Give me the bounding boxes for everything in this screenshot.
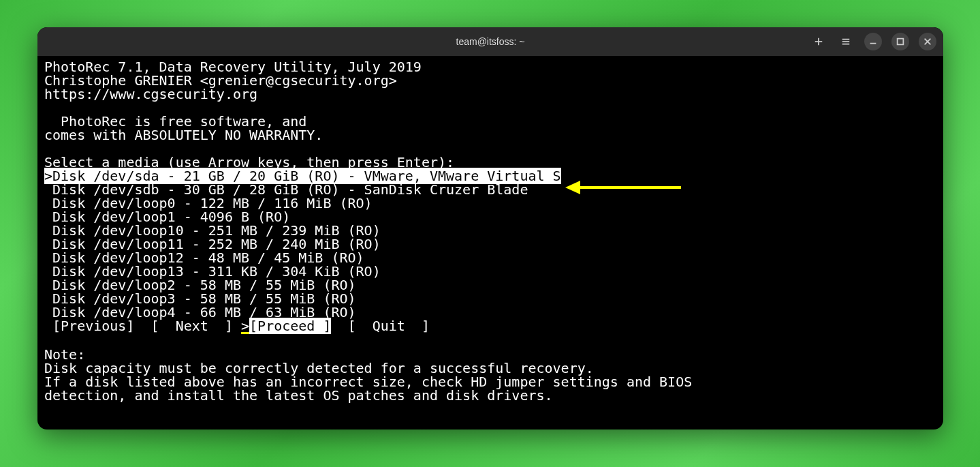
- svg-rect-0: [898, 39, 904, 45]
- close-button[interactable]: [919, 33, 936, 50]
- minimize-button[interactable]: [864, 33, 882, 50]
- window-title: team@itsfoss: ~: [456, 36, 525, 47]
- titlebar[interactable]: team@itsfoss: ~: [37, 27, 943, 56]
- proceed-marker: >: [241, 318, 249, 334]
- window-controls: [810, 27, 936, 56]
- terminal-output[interactable]: PhotoRec 7.1, Data Recovery Utility, Jul…: [37, 56, 943, 409]
- menu-previous[interactable]: [Previous]: [44, 318, 151, 334]
- header-line-3: https://www.cgsecurity.org: [44, 86, 257, 102]
- maximize-button[interactable]: [891, 33, 909, 50]
- menu-icon[interactable]: [837, 33, 855, 50]
- arrow-head-icon: [565, 181, 580, 194]
- menu-quit[interactable]: [ Quit ]: [331, 318, 430, 334]
- annotation-arrow: [565, 181, 681, 194]
- note-line-3: detection, and install the latest OS pat…: [44, 387, 553, 404]
- new-tab-icon[interactable]: [810, 33, 827, 50]
- arrow-line: [579, 186, 681, 189]
- menu-proceed[interactable]: [Proceed ]: [249, 318, 331, 334]
- terminal-window: team@itsfoss: ~ PhotoRec 7.1, Data Recov…: [37, 27, 943, 430]
- intro-line-2: comes with ABSOLUTELY NO WARRANTY.: [44, 127, 323, 143]
- menu-next[interactable]: [ Next ]: [151, 318, 241, 334]
